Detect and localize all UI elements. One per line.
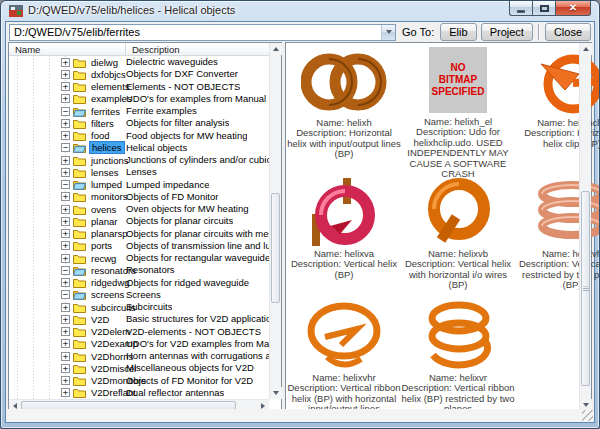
tree-item-V2Dhorns[interactable]: + V2Dhorns Horn antennas with corrugatio… xyxy=(9,350,270,362)
minimize-button[interactable] xyxy=(509,1,532,16)
tree-item-subcircuits[interactable]: + subcircuits Subcircuits xyxy=(9,301,270,313)
tree-item-V2D[interactable]: + V2D Basic structures for V2D applicati… xyxy=(9,313,270,325)
gallery-vertical-scrollbar[interactable] xyxy=(579,43,591,411)
column-header-name[interactable]: Name xyxy=(9,43,126,55)
expand-toggle[interactable]: + xyxy=(61,70,70,79)
expand-toggle[interactable]: + xyxy=(61,94,70,103)
tree-item-resonators[interactable]: − resonators Resonators xyxy=(9,264,270,276)
gallery-item-helixvhr[interactable]: Name: helixvhr Description: Vertical rib… xyxy=(287,299,401,411)
tree-item-monitors[interactable]: + monitors Objects of FD Monitor xyxy=(9,191,270,203)
client-area: D:/QWED/v75/elib/ferrites Go To: Elib Pr… xyxy=(5,21,595,423)
minimize-icon xyxy=(517,10,525,13)
expand-toggle[interactable]: + xyxy=(61,352,70,361)
resize-grip[interactable] xyxy=(582,410,593,421)
tree-item-dxfobjcs[interactable]: + dxfobjcs Objects for DXF Converter xyxy=(9,68,270,80)
tree-item-V2Dreflant[interactable]: + V2Dreflant Dual reflector antennas xyxy=(9,387,270,399)
project-button[interactable]: Project xyxy=(481,23,533,41)
tree-item-dielwg[interactable]: + dielwg Dielectric waveguides xyxy=(9,56,270,68)
close-icon: ✕ xyxy=(569,4,577,12)
tree-item-lenses[interactable]: + lenses Lenses xyxy=(9,166,270,178)
gallery-item-helixvb[interactable]: Name: helixvb Description: Vertical heli… xyxy=(401,175,515,299)
tree-item-name: lenses xyxy=(89,167,120,178)
expand-toggle[interactable]: + xyxy=(61,229,70,238)
elib-button[interactable]: Elib xyxy=(440,23,476,41)
tree-item-description: Objects of FD Monitor xyxy=(126,191,218,203)
gallery-item-helixh_el[interactable]: NO BITMAP SPECIFIED Name: helixh_el Desc… xyxy=(401,44,515,175)
expand-toggle[interactable]: + xyxy=(61,205,70,214)
tree-item-filters[interactable]: + filters Objects for filter analysis xyxy=(9,117,270,129)
combobox-dropdown-button[interactable] xyxy=(381,25,395,40)
tree-item-name: recwg xyxy=(89,253,118,264)
tree-item-V2Dexamp[interactable]: + V2Dexamp UDO's for V2D examples from M… xyxy=(9,338,270,350)
gallery-scrollbar-thumb[interactable] xyxy=(581,191,590,386)
scroll-down-button[interactable] xyxy=(270,387,282,399)
expand-toggle[interactable]: + xyxy=(61,315,70,324)
scroll-up-button[interactable] xyxy=(580,43,592,55)
expand-toggle[interactable]: + xyxy=(61,217,70,226)
tree-item-recwg[interactable]: + recwg Objects for rectangular waveguid… xyxy=(9,252,270,264)
tree-item-V2Delem[interactable]: + V2Delem V2D-elements - NOT OBJECTS xyxy=(9,326,270,338)
expand-toggle[interactable]: − xyxy=(61,290,70,299)
close-window-button[interactable]: ✕ xyxy=(556,1,591,16)
tree-item-lumped[interactable]: − lumped Lumped impedance xyxy=(9,179,270,191)
folder-icon xyxy=(73,93,86,104)
expand-toggle[interactable]: + xyxy=(61,156,70,165)
tree-item-junctions[interactable]: + junctions Junctions of cylinders and/o… xyxy=(9,154,270,166)
expand-toggle[interactable]: + xyxy=(61,376,70,385)
folder-icon xyxy=(73,57,86,68)
tree-item-helices[interactable]: − helices Helical objects xyxy=(9,142,270,154)
tree-item-ridgedwg[interactable]: + ridgedwg Objects for ridged waveguide xyxy=(9,277,270,289)
tree-item-V2Dmonitors[interactable]: + V2Dmonitors Objects of FD Monitor for … xyxy=(9,375,270,387)
path-combobox[interactable]: D:/QWED/v75/elib/ferrites xyxy=(9,24,396,41)
helixvb-image xyxy=(416,178,500,245)
tree-vertical-scrollbar[interactable] xyxy=(269,43,281,399)
tree-item-food[interactable]: + food Food objects for MW heating xyxy=(9,130,270,142)
tree-scrollbar-thumb[interactable] xyxy=(271,193,280,303)
expand-toggle[interactable]: + xyxy=(61,339,70,348)
tree-item-planar[interactable]: + planar Objects for planar circuits xyxy=(9,215,270,227)
tree-item-screens[interactable]: − screens Screens xyxy=(9,289,270,301)
expand-toggle[interactable]: + xyxy=(61,131,70,140)
helixvr-image xyxy=(413,302,503,369)
tree-item-V2Dmiscel[interactable]: + V2Dmiscel Miscellaneous objects for V2… xyxy=(9,362,270,374)
expand-toggle[interactable]: + xyxy=(61,327,70,336)
expand-toggle[interactable]: + xyxy=(61,82,70,91)
tree-item-planarsp[interactable]: + planarsp Objects for planar circuits w… xyxy=(9,228,270,240)
expand-toggle[interactable]: − xyxy=(61,107,70,116)
expand-toggle[interactable]: + xyxy=(61,364,70,373)
expand-toggle[interactable]: + xyxy=(61,254,70,263)
folder-icon xyxy=(73,118,86,129)
no-bitmap-placeholder: NO BITMAP SPECIFIED xyxy=(429,47,487,113)
gallery-item-helixvr[interactable]: Name: helixvr Description: Vertical ribb… xyxy=(401,299,515,411)
maximize-button[interactable] xyxy=(532,1,556,16)
folder-icon xyxy=(73,106,86,117)
scroll-up-button[interactable] xyxy=(270,43,282,55)
arrow-down-icon xyxy=(273,391,279,395)
expand-toggle[interactable]: − xyxy=(61,180,70,189)
expand-toggle[interactable]: + xyxy=(61,58,70,67)
expand-toggle[interactable]: + xyxy=(61,168,70,177)
tree-item-elements[interactable]: + elements Elements - NOT OBJECTS xyxy=(9,81,270,93)
expand-toggle[interactable]: + xyxy=(61,192,70,201)
tree-item-examples[interactable]: + examples UDO's for examples from Manua… xyxy=(9,93,270,105)
expand-toggle[interactable]: − xyxy=(61,143,70,152)
expand-toggle[interactable]: − xyxy=(61,266,70,275)
tree-item-description: V2D-elements - NOT OBJECTS xyxy=(126,326,261,338)
elib-browser-window: D:/QWED/v75/elib/helices - Helical objec… xyxy=(0,0,600,429)
tree-item-ovens[interactable]: + ovens Oven objects for MW heating xyxy=(9,203,270,215)
column-header-description[interactable]: Description xyxy=(126,43,269,55)
tree-item-name: ferrites xyxy=(89,106,122,117)
folder-icon xyxy=(73,326,86,337)
expand-toggle[interactable]: + xyxy=(61,303,70,312)
tree-item-description: Subcircuits xyxy=(126,301,172,313)
title-bar[interactable]: D:/QWED/v75/elib/helices - Helical objec… xyxy=(1,1,599,21)
expand-toggle[interactable]: + xyxy=(61,388,70,397)
expand-toggle[interactable]: + xyxy=(61,278,70,287)
gallery-item-helixva[interactable]: Name: helixva Description: Vertical heli… xyxy=(287,175,401,299)
tree-item-ports[interactable]: + ports Objects of transmission line and… xyxy=(9,240,270,252)
close-button[interactable]: Close xyxy=(545,23,591,41)
expand-toggle[interactable]: + xyxy=(61,241,70,250)
gallery-item-helixh[interactable]: Name: helixh Description: Horizontal hel… xyxy=(287,44,401,175)
tree-item-ferrites[interactable]: − ferrites Ferrite examples xyxy=(9,105,270,117)
expand-toggle[interactable]: + xyxy=(61,119,70,128)
